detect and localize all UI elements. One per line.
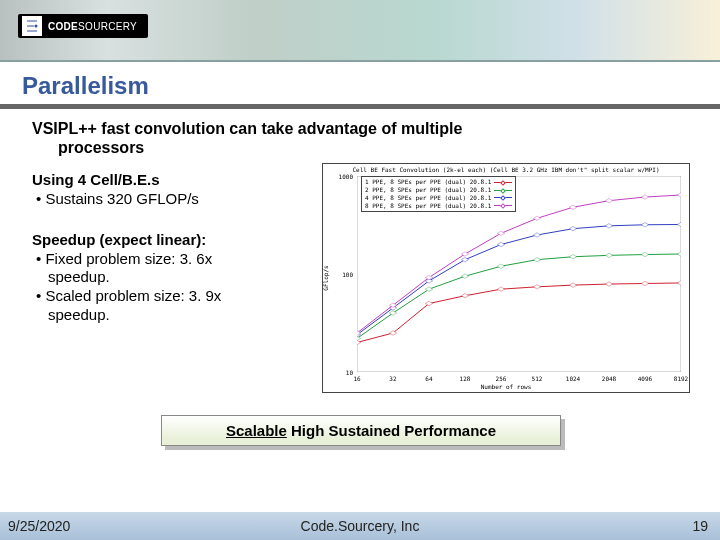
subheading-line1: VSIPL++ fast convolution can take advant… [32,120,462,137]
svg-rect-39 [605,199,612,203]
svg-rect-6 [497,287,504,291]
speedup-fixed-line1: • Fixed problem size: 3. 6x [32,250,322,269]
svg-rect-8 [569,283,576,287]
speedup-block: Speedup (expect linear): • Fixed problem… [32,231,322,325]
svg-rect-19 [605,254,612,258]
callout: Scalable High Sustained Performance [161,415,561,446]
svg-rect-31 [677,223,681,227]
header-banner: CODESOURCERY [0,0,720,62]
content-area: VSIPL++ fast convolution can take advant… [0,109,720,446]
subheading-line2: processors [32,138,690,157]
speedup-scaled-line1: • Scaled problem size: 3. 9x [32,287,322,306]
svg-rect-7 [533,285,540,289]
using-block: Using 4 Cell/B.E.s • Sustains 320 GFLOP/… [32,171,322,209]
chart-ylabel: GFlop/s [322,266,329,291]
using-head: Using 4 Cell/B.E.s [32,171,322,190]
svg-rect-17 [533,258,540,262]
callout-text: Scalable High Sustained Performance [161,415,561,446]
svg-rect-29 [605,224,612,228]
svg-rect-2 [357,341,361,345]
left-column: Using 4 Cell/B.E.s • Sustains 320 GFLOP/… [32,163,322,393]
svg-rect-21 [677,252,681,256]
svg-rect-16 [497,264,504,268]
logo: CODESOURCERY [18,14,148,38]
speedup-head: Speedup (expect linear): [32,231,322,250]
svg-rect-28 [569,227,576,231]
footer: 9/25/2020 Code.Sourcery, Inc 19 [0,512,720,540]
svg-rect-40 [641,195,648,199]
svg-rect-9 [605,282,612,286]
speedup-fixed-line2: speedup. [32,268,322,287]
footer-date: 9/25/2020 [8,518,70,534]
speedup-scaled-line2: speedup. [32,306,322,325]
svg-point-0 [35,25,38,28]
slide-title: Parallelism [22,72,698,100]
chart-plot: 1010010001632641282565121024204840968192 [357,176,681,372]
using-bullet-1: • Sustains 320 GFLOP/s [32,190,322,209]
chart-title: Cell BE Fast Convolution (2k-el each) (C… [352,166,659,173]
footer-page: 19 [692,518,708,534]
svg-rect-5 [461,294,468,298]
svg-rect-15 [461,274,468,278]
svg-rect-10 [641,282,648,286]
logo-text: CODESOURCERY [48,21,137,32]
svg-rect-38 [569,205,576,209]
svg-rect-41 [677,193,681,197]
logo-mark-icon [22,16,42,36]
chart-xlabel: Number of rows [481,383,532,390]
svg-rect-27 [533,233,540,237]
svg-rect-20 [641,253,648,257]
footer-org: Code.Sourcery, Inc [301,518,420,534]
chart: Cell BE Fast Convolution (2k-el each) (C… [322,163,690,393]
svg-rect-30 [641,223,648,227]
title-bar: Parallelism [0,72,720,109]
subheading: VSIPL++ fast convolution can take advant… [32,119,690,157]
chart-svg [357,176,681,372]
svg-rect-18 [569,255,576,259]
svg-rect-11 [677,281,681,285]
svg-rect-1 [357,176,681,372]
